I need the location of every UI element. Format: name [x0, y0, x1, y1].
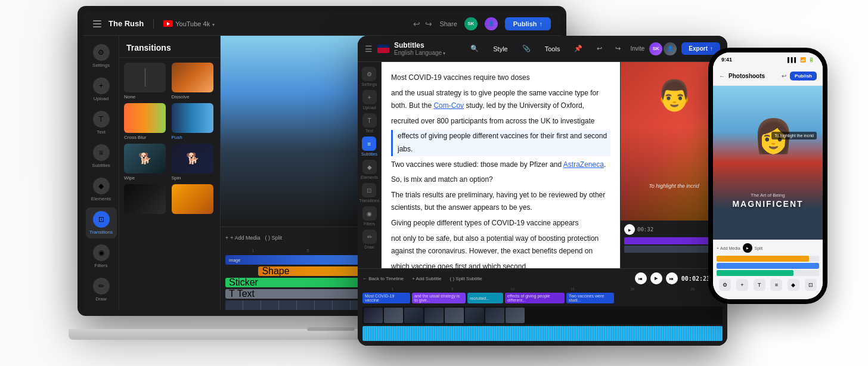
tab-sidebar-upload[interactable]: + Upload: [362, 90, 377, 110]
tab-sidebar-draw[interactable]: ✏ Draw: [362, 229, 377, 249]
sidebar-item-elements[interactable]: ◆ Elements: [86, 174, 117, 205]
subtitle-line-7: The trials results are preliminary, havi…: [391, 189, 610, 215]
tab-video-thumb-3: [404, 308, 423, 323]
phone-back-icon[interactable]: ←: [719, 73, 725, 79]
transitions-icon: ⊡: [93, 211, 110, 228]
phone-status-icons: ▌▌▌ 📶 🔋: [788, 57, 814, 63]
phone-add-media-button[interactable]: + Add Media: [717, 246, 740, 250]
tab-skip-forward-button[interactable]: ⏭: [666, 272, 678, 284]
subtitle-line-6: So, is mix and match an option?: [391, 173, 610, 187]
sidebar-item-filters[interactable]: ◉ Filters: [86, 241, 117, 272]
subtitle-clip-2[interactable]: and the usual strategy is to give...: [412, 293, 466, 303]
tab-video-thumb-5: [445, 308, 464, 323]
transition-yellow[interactable]: [172, 184, 216, 216]
tab-transitions-icon: ⊡: [362, 183, 376, 197]
phone-icon-1[interactable]: ⚙: [719, 279, 731, 291]
add-subtitle-button[interactable]: + Add Subtitle: [412, 276, 442, 281]
transition-dark1[interactable]: [124, 184, 168, 216]
tab-text-icon: T: [362, 113, 377, 128]
phone-icon-6[interactable]: ⊡: [805, 279, 817, 291]
subtitle-clip-4[interactable]: effects of giving people different...: [505, 293, 565, 303]
transition-dark1-thumb: [124, 184, 166, 214]
add-media-button[interactable]: + + Add Media: [225, 235, 261, 241]
tab-sidebar-subtitles[interactable]: ≡ Subtitles: [361, 137, 377, 156]
subtitle-clip-3[interactable]: recruited...: [467, 293, 503, 303]
tab-time-display: 00:02:23: [681, 275, 710, 282]
tab-sidebar-elements[interactable]: ◆ Elements: [361, 160, 378, 179]
tablet-hamburger-icon[interactable]: ☰: [365, 44, 373, 54]
split-button[interactable]: ( ) Split: [265, 235, 283, 241]
tools-button[interactable]: Tools: [540, 43, 565, 55]
tab-sidebar-filters[interactable]: ◉ Filters: [362, 206, 377, 226]
sidebar-item-settings[interactable]: ⚙ Settings: [86, 41, 117, 72]
phone-play-button[interactable]: ▶: [743, 243, 752, 253]
tab-redo-button[interactable]: ↪: [610, 42, 625, 55]
transition-push[interactable]: Push: [172, 103, 216, 140]
tab-sidebar-transitions[interactable]: ⊡ Transitions: [359, 183, 380, 203]
draw-icon: ✏: [93, 278, 110, 294]
phone-icon-5[interactable]: ◆: [788, 279, 799, 291]
pin-style-icon[interactable]: 📎: [517, 42, 535, 55]
right-play-button[interactable]: ▶: [624, 224, 635, 235]
subtitles-icon: ≡: [93, 144, 110, 161]
tab-skip-back-button[interactable]: ⏮: [635, 272, 647, 284]
filters-icon: ◉: [93, 244, 110, 261]
publish-button[interactable]: Publish ↑: [505, 17, 551, 30]
sidebar-item-transitions[interactable]: ⊡ Transitions: [86, 207, 117, 238]
sidebar-item-upload[interactable]: + Upload: [86, 74, 117, 105]
transition-push-label: Push: [172, 135, 216, 140]
phone-caption-title: MAGNIFICENT: [719, 199, 817, 209]
sidebar-item-subtitles[interactable]: ≡ Subtitles: [86, 141, 117, 172]
video-thumb-3: [261, 300, 279, 310]
transition-dissolve[interactable]: Dissolve: [172, 63, 216, 100]
phone-bottom-controls: + Add Media ▶ Split: [717, 243, 819, 253]
phone-icon-2[interactable]: +: [736, 279, 748, 291]
phone-undo-icon[interactable]: ↩: [782, 73, 786, 79]
sidebar-label-draw: Draw: [95, 296, 107, 302]
subtitle-clip-5[interactable]: Two vaccines were studi...: [566, 293, 614, 303]
transition-crossblur[interactable]: Cross Blur: [124, 103, 168, 140]
phone-caption: The Art of Being MAGNIFICENT: [713, 193, 823, 209]
subtitle-editor[interactable]: Most COVID-19 vaccines require two doses…: [382, 62, 620, 268]
tab-play-button[interactable]: ▶: [650, 272, 662, 284]
tab-undo-button[interactable]: ↩: [592, 42, 607, 55]
phone-preview-area[interactable]: 👩 The Art of Being MAGNIFICENT To highli…: [713, 86, 823, 240]
transition-none-label: None: [124, 94, 168, 100]
phone-icon-3[interactable]: T: [754, 279, 765, 291]
subtitle-clips-row: Most COVID-19 vaccine and the usual stra…: [362, 293, 723, 303]
video-thumb-5: [297, 300, 315, 310]
hamburger-icon[interactable]: [93, 20, 101, 27]
sidebar-item-text[interactable]: T Text: [86, 107, 117, 138]
lang-chevron-icon[interactable]: [443, 49, 445, 56]
phone-preview-bg: 👩: [713, 86, 823, 240]
transitions-header: Transitions: [119, 36, 220, 58]
transition-spin[interactable]: 🐕 Spin: [172, 144, 216, 181]
phone-split-button[interactable]: Split: [755, 246, 763, 250]
export-upload-icon: ↑: [710, 45, 713, 52]
phone-publish-button[interactable]: Publish: [790, 72, 817, 80]
search-button[interactable]: 🔍: [466, 42, 483, 55]
transition-wipe-thumb: 🐕: [124, 144, 166, 173]
subtitle-line-2: and the usual strategy is to give people…: [391, 87, 610, 113]
tab-sidebar-text[interactable]: T Text: [362, 113, 377, 133]
phone-title: Photoshoots: [728, 73, 778, 79]
tab-sidebar-settings[interactable]: ⚙ Settings: [362, 67, 377, 86]
tab-avatar-2: 👤: [664, 42, 677, 55]
back-to-timeline-button[interactable]: ← Back to Timeline: [362, 276, 404, 281]
transition-wipe[interactable]: 🐕 Wipe: [124, 144, 168, 181]
video-thumb-6: [315, 300, 333, 310]
chevron-down-icon[interactable]: [212, 20, 215, 27]
phone-icon-4[interactable]: ≡: [770, 279, 782, 291]
undo-button[interactable]: ↩: [413, 19, 420, 29]
phone-track-fill-3: [717, 270, 793, 276]
phone-caption-subtitle: The Art of Being: [719, 193, 817, 198]
subtitle-clip-1[interactable]: Most COVID-19 vaccine: [362, 293, 410, 303]
split-subtitle-button[interactable]: ( ) Split Subtitle: [450, 276, 482, 281]
transition-none[interactable]: None: [124, 63, 168, 100]
transition-spin-label: Spin: [172, 175, 216, 181]
style-button[interactable]: Style: [488, 43, 512, 55]
transition-wipe-label: Wipe: [124, 175, 168, 181]
sidebar-item-draw[interactable]: ✏ Draw: [86, 274, 117, 305]
redo-button[interactable]: ↪: [425, 19, 432, 29]
tools-pin-icon[interactable]: 📌: [569, 42, 587, 55]
